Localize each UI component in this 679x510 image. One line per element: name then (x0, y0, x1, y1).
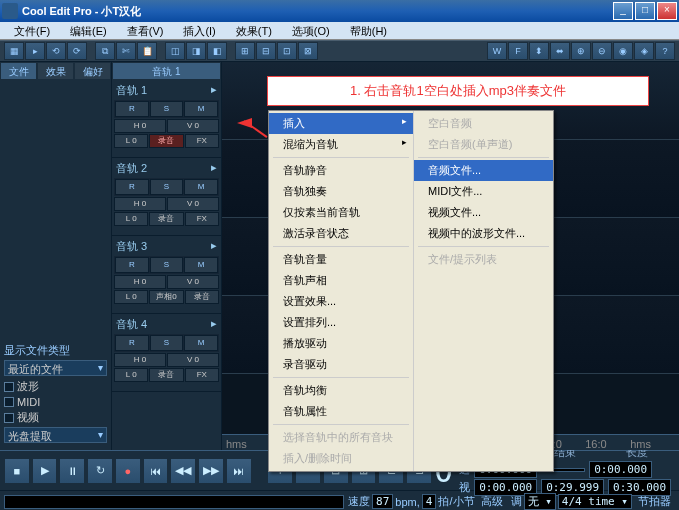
track-h[interactable]: H 0 (114, 275, 166, 289)
track-r[interactable]: R (115, 335, 149, 351)
context-menu-item[interactable]: 视频中的波形文件... (414, 223, 553, 244)
advanced-button[interactable]: 高级 (477, 495, 507, 509)
tool-new[interactable]: ▦ (4, 42, 24, 60)
context-menu-item[interactable]: 音轨独奏 (269, 181, 413, 202)
tool-b[interactable]: ◨ (186, 42, 206, 60)
track-v[interactable]: V 0 (167, 119, 219, 133)
stop-button[interactable]: ■ (4, 458, 30, 484)
track-fx[interactable]: FX (185, 134, 219, 148)
sel-len[interactable]: 0:00.000 (589, 461, 652, 478)
end-button[interactable]: ⏭ (226, 458, 252, 484)
track-s[interactable]: S (150, 335, 184, 351)
menu-item[interactable]: 文件(F) (4, 22, 60, 39)
track-s[interactable]: S (150, 179, 184, 195)
filetype-checkbox[interactable]: MIDI (4, 396, 107, 408)
fwd-button[interactable]: ▶▶ (198, 458, 224, 484)
context-menu-item[interactable]: 插入 (269, 113, 413, 134)
track-r[interactable]: R (115, 257, 149, 273)
tool-l[interactable]: ⊕ (571, 42, 591, 60)
track-header[interactable]: 音轨 1▸RSMH 0V 0L 0录音FX (112, 80, 221, 158)
filetype-checkbox[interactable]: 视频 (4, 410, 107, 425)
track-v[interactable]: V 0 (167, 275, 219, 289)
pause-button[interactable]: ⏸ (59, 458, 85, 484)
context-menu-item[interactable]: 仅按素当前音轨 (269, 202, 413, 223)
tool-cut[interactable]: ✄ (116, 42, 136, 60)
context-menu-item[interactable]: 音频文件... (414, 160, 553, 181)
menu-item[interactable]: 帮助(H) (340, 22, 397, 39)
left-tab[interactable]: 效果 (37, 62, 74, 80)
close-button[interactable]: × (657, 2, 677, 20)
tool-undo[interactable]: ⟲ (46, 42, 66, 60)
rewind-button[interactable]: ⏮ (143, 458, 169, 484)
context-menu-item[interactable]: 设置排列... (269, 312, 413, 333)
tool-j[interactable]: ⬍ (529, 42, 549, 60)
track-l[interactable]: L 0 (114, 368, 148, 382)
new-open-dropdown[interactable]: 光盘提取 (4, 427, 107, 443)
tool-g[interactable]: ⊠ (298, 42, 318, 60)
minimize-button[interactable]: _ (613, 2, 633, 20)
menu-item[interactable]: 查看(V) (117, 22, 174, 39)
track-out[interactable]: 录音 (149, 212, 183, 226)
track-tab[interactable]: 音轨 1 (112, 62, 221, 80)
track-header[interactable]: 音轨 2▸RSMH 0V 0L 0录音FX (112, 158, 221, 236)
filetype-checkbox[interactable]: 波形 (4, 379, 107, 394)
context-menu-item[interactable]: 激活录音状态 (269, 223, 413, 244)
tool-redo[interactable]: ⟳ (67, 42, 87, 60)
tool-m[interactable]: ⊖ (592, 42, 612, 60)
menu-item[interactable]: 选项(O) (282, 22, 340, 39)
record-button[interactable]: ● (115, 458, 141, 484)
tool-k[interactable]: ⬌ (550, 42, 570, 60)
back-button[interactable]: ◀◀ (170, 458, 196, 484)
loop-button[interactable]: ↻ (87, 458, 113, 484)
metronome-button[interactable]: 节拍器 (634, 495, 675, 509)
track-m[interactable]: M (184, 101, 218, 117)
tool-n[interactable]: ◉ (613, 42, 633, 60)
track-m[interactable]: M (184, 179, 218, 195)
tool-c[interactable]: ◧ (207, 42, 227, 60)
tool-copy[interactable]: ⧉ (95, 42, 115, 60)
context-menu-item[interactable]: 录音驱动 (269, 354, 413, 375)
track-h[interactable]: H 0 (114, 197, 166, 211)
beat-field[interactable]: 4 (422, 494, 437, 509)
context-menu-item[interactable]: 音轨均衡 (269, 380, 413, 401)
track-v[interactable]: V 0 (167, 197, 219, 211)
tool-f[interactable]: ⊡ (277, 42, 297, 60)
key-dropdown[interactable]: 无 ▾ (524, 493, 556, 510)
context-menu-item[interactable]: 音轨静音 (269, 160, 413, 181)
track-v[interactable]: V 0 (167, 353, 219, 367)
context-menu-item[interactable]: 视频文件... (414, 202, 553, 223)
tool-e[interactable]: ⊟ (256, 42, 276, 60)
play-button[interactable]: ▶ (32, 458, 58, 484)
context-menu-item[interactable]: 播放驱动 (269, 333, 413, 354)
bpm-field[interactable]: 87 (372, 494, 393, 509)
tool-o[interactable]: ◈ (634, 42, 654, 60)
left-tab[interactable]: 文件 (0, 62, 37, 80)
menu-item[interactable]: 编辑(E) (60, 22, 117, 39)
track-l[interactable]: L 0 (114, 290, 148, 304)
track-s[interactable]: S (150, 101, 184, 117)
tool-i[interactable]: F (508, 42, 528, 60)
context-menu-item[interactable]: 音轨音量 (269, 249, 413, 270)
tool-a[interactable]: ◫ (165, 42, 185, 60)
track-m[interactable]: M (184, 335, 218, 351)
context-menu-item[interactable]: 设置效果... (269, 291, 413, 312)
maximize-button[interactable]: □ (635, 2, 655, 20)
context-menu-item[interactable]: MIDI文件... (414, 181, 553, 202)
tool-p[interactable]: ? (655, 42, 675, 60)
arrangement-view[interactable]: 1. 右击音轨1空白处插入mp3伴奏文件 插入混缩为音轨音轨静音音轨独奏仅按素当… (222, 62, 679, 450)
track-header[interactable]: 音轨 3▸RSMH 0V 0L 0声相0录音 (112, 236, 221, 314)
track-l[interactable]: L 0 (114, 134, 148, 148)
track-l[interactable]: L 0 (114, 212, 148, 226)
track-header[interactable]: 音轨 4▸RSMH 0V 0L 0录音FX (112, 314, 221, 392)
context-menu-item[interactable]: 混缩为音轨 (269, 134, 413, 155)
track-fx[interactable]: FX (185, 368, 219, 382)
menu-item[interactable]: 效果(T) (226, 22, 282, 39)
track-out[interactable]: 录音 (149, 368, 183, 382)
context-menu-item[interactable]: 音轨声相 (269, 270, 413, 291)
tool-h[interactable]: W (487, 42, 507, 60)
track-m[interactable]: M (184, 257, 218, 273)
tool-paste[interactable]: 📋 (137, 42, 157, 60)
track-r[interactable]: R (115, 179, 149, 195)
tool-open[interactable]: ▸ (25, 42, 45, 60)
track-h[interactable]: H 0 (114, 353, 166, 367)
